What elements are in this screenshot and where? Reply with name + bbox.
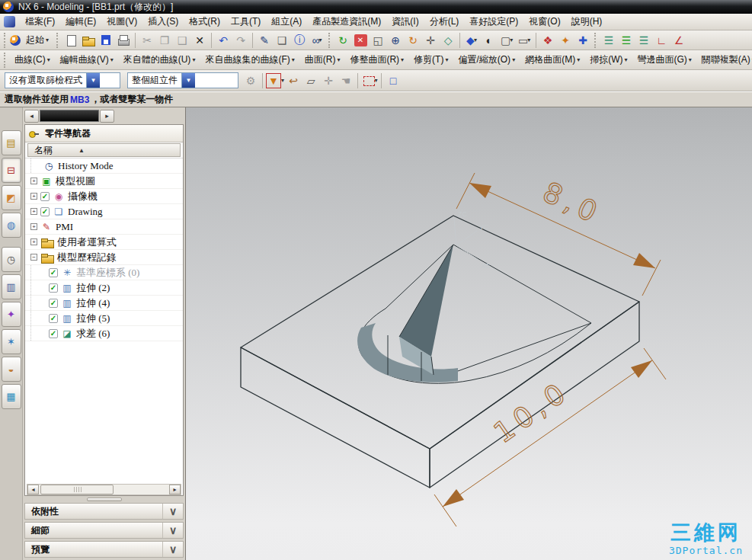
- tab-scene[interactable]: ✶: [2, 329, 21, 354]
- menu-insert[interactable]: 插入(S): [142, 13, 184, 30]
- edit-surface-menu-button[interactable]: 修整曲面(R)▾: [345, 51, 408, 69]
- checkbox-checked[interactable]: ✓: [49, 329, 58, 338]
- close-window-button[interactable]: ✕: [352, 32, 369, 49]
- navigator-tab-scroll[interactable]: [40, 110, 99, 122]
- open-file-button[interactable]: [80, 32, 97, 49]
- layer-category-button[interactable]: ☰: [635, 32, 652, 49]
- grab-button[interactable]: ☚: [338, 72, 354, 89]
- horizontal-scrollbar[interactable]: ◂ ▸: [27, 484, 181, 495]
- checkbox-checked[interactable]: ✓: [40, 192, 50, 201]
- trim-menu-button[interactable]: 修剪(T)▾: [409, 51, 453, 69]
- toolbar-grip[interactable]: [56, 33, 59, 48]
- collapse-icon[interactable]: −: [30, 254, 37, 261]
- cut-button[interactable]: ✂: [139, 32, 155, 49]
- mesh-surface-menu-button[interactable]: 網格曲面(M)▾: [520, 51, 584, 69]
- toolbar-grip[interactable]: [4, 53, 7, 68]
- rotate-object-button[interactable]: ✦: [557, 32, 574, 49]
- menu-view[interactable]: 視圖(V): [101, 13, 142, 30]
- tab-scroll-left-button[interactable]: ◂: [24, 110, 39, 123]
- find-button[interactable]: ∞▾: [309, 32, 325, 49]
- tab-roles[interactable]: ◩: [2, 185, 21, 210]
- transform-button[interactable]: ✚: [574, 32, 591, 49]
- name-column-header[interactable]: 名稱 ▲: [27, 143, 181, 157]
- tab-constraint-navigator[interactable]: ⊟: [2, 158, 21, 183]
- tab-visualization[interactable]: ✦: [2, 302, 21, 327]
- tree-item-subtract-6[interactable]: ✓ ◪ 求差 (6): [25, 326, 183, 341]
- expand-icon[interactable]: +: [30, 223, 37, 230]
- menu-preferences[interactable]: 喜好設定(P): [464, 13, 523, 30]
- menu-file[interactable]: 檔案(F): [20, 13, 60, 30]
- tree-item-model-history[interactable]: − 模型歷程記錄: [25, 250, 183, 265]
- perspective-button[interactable]: ◇: [440, 32, 456, 49]
- dimension-8[interactable]: 8,0: [456, 173, 661, 296]
- tab-scroll-right-button[interactable]: ▸: [100, 110, 114, 123]
- dimension-10[interactable]: 10,0: [434, 348, 666, 526]
- expand-icon[interactable]: +: [30, 178, 37, 184]
- curve-from-curveset-menu-button[interactable]: 來自曲線集的曲線(F)▾: [200, 51, 299, 69]
- checkbox-checked[interactable]: ✓: [40, 207, 50, 216]
- tree-item-drawing[interactable]: + ✓ ❏ Drawing: [25, 204, 183, 219]
- tree-item-extrude-2[interactable]: ✓ ▥ 拉伸 (2): [25, 280, 183, 296]
- graphics-window[interactable]: ZC YC XC 8,0 10,0: [185, 107, 752, 560]
- tree-item-pmi[interactable]: + ✎ PMI: [25, 219, 183, 235]
- start-button[interactable]: 起始▾: [21, 32, 53, 48]
- menu-pmi[interactable]: 產品製造資訊(M): [307, 13, 386, 30]
- rotate-view-button[interactable]: ↻: [405, 32, 421, 49]
- tree-item-extrude-4[interactable]: ✓ ▥ 拉伸 (4): [25, 296, 183, 311]
- combo-arrow-icon[interactable]: ▼: [86, 73, 100, 88]
- tree-item-cameras[interactable]: + ✓ ◉ 攝像機: [25, 189, 183, 204]
- zoom-button[interactable]: ⊕: [387, 32, 404, 49]
- tab-user-tools[interactable]: ◒: [2, 357, 21, 382]
- tab-assembly-navigator[interactable]: ▤: [2, 130, 21, 155]
- surface-menu-button[interactable]: 曲面(R)▾: [300, 51, 345, 69]
- toolbar-grip[interactable]: [594, 33, 597, 48]
- selection-scope-combo[interactable]: 整個組立件 ▼: [127, 72, 238, 88]
- shaded-display-button[interactable]: ◆▾: [463, 32, 480, 49]
- pan-button[interactable]: ✛: [422, 32, 439, 49]
- menu-window[interactable]: 視窗(O): [523, 13, 565, 30]
- hide-component-button[interactable]: ⚙: [242, 72, 259, 89]
- model-body[interactable]: [241, 216, 639, 488]
- wireframe-cube-button[interactable]: □: [385, 72, 402, 89]
- checkbox-checked[interactable]: ✓: [49, 299, 58, 308]
- deselect-all-button[interactable]: ▱: [302, 72, 319, 89]
- sketch-button[interactable]: ✎: [256, 32, 273, 49]
- expand-panel-button[interactable]: ∨: [162, 504, 183, 519]
- expand-panel-button[interactable]: ∨: [162, 523, 183, 538]
- background-button[interactable]: ▭▾: [516, 32, 533, 49]
- tab-history[interactable]: ◷: [2, 247, 21, 272]
- print-button[interactable]: [115, 32, 132, 49]
- offset-scale-menu-button[interactable]: 偏置/縮放(O)▾: [453, 51, 520, 69]
- tree-item-user-expressions[interactable]: + 使用者運算式: [25, 235, 183, 250]
- menu-help[interactable]: 說明(H): [566, 13, 608, 30]
- menu-analysis[interactable]: 分析(L): [424, 13, 465, 30]
- toolbar-grip[interactable]: [328, 33, 331, 48]
- menu-format[interactable]: 格式(R): [184, 13, 226, 30]
- snap-point-button[interactable]: ✛: [320, 72, 337, 89]
- move-object-button[interactable]: ❖: [539, 32, 556, 49]
- redo-button[interactable]: ↷: [232, 32, 249, 49]
- rectangle-select-button[interactable]: ▾: [361, 72, 378, 89]
- tab-integrated-browser[interactable]: ▥: [2, 274, 21, 299]
- paste-button[interactable]: ❑: [174, 32, 190, 49]
- information-button[interactable]: ⓘ: [291, 32, 308, 49]
- edit-curve-menu-button[interactable]: 編輯曲線(V)▾: [56, 51, 118, 69]
- datum-csys-button[interactable]: ∠: [670, 32, 687, 49]
- tree-item-extrude-5[interactable]: ✓ ▥ 拉伸 (5): [25, 311, 183, 326]
- menu-assemblies[interactable]: 組立(A): [266, 13, 307, 30]
- previous-selection-button[interactable]: ↩: [285, 72, 302, 89]
- fit-view-button[interactable]: ◱: [370, 32, 386, 49]
- preview-panel[interactable]: 預覽 ∨: [24, 541, 184, 558]
- face-style-button[interactable]: ▢▾: [498, 32, 515, 49]
- tree-item-history-mode[interactable]: ◷ History Mode: [25, 158, 183, 174]
- scroll-right-button[interactable]: ▸: [169, 485, 181, 494]
- undo-button[interactable]: ↶: [215, 32, 232, 49]
- associative-copy-menu-button[interactable]: 關聯複製(A)▾: [697, 51, 752, 69]
- expand-icon[interactable]: +: [30, 193, 37, 200]
- refresh-button[interactable]: ↻: [334, 32, 351, 49]
- dependencies-panel[interactable]: 依附性 ∨: [24, 503, 184, 520]
- sweep-menu-button[interactable]: 掃掠(W)▾: [585, 51, 632, 69]
- checkbox-checked[interactable]: ✓: [49, 268, 58, 277]
- toolbar-grip[interactable]: [4, 33, 7, 48]
- tree-item-datum-csys[interactable]: ✓ ✳ 基準座標系 (0): [25, 265, 183, 280]
